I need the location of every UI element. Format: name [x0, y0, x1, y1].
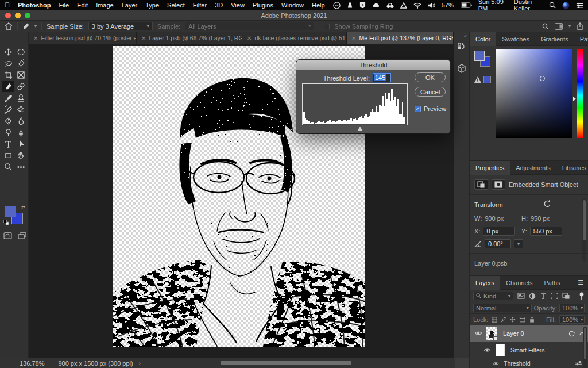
hue-slider-arrow[interactable] — [573, 97, 576, 101]
reset-transform-icon[interactable] — [543, 200, 551, 209]
clone-stamp-tool[interactable] — [14, 92, 27, 103]
threshold-dialog-title[interactable]: Threshold — [296, 60, 450, 70]
smart-object-mask-icon[interactable] — [492, 179, 505, 190]
x-input[interactable]: 0 px — [483, 227, 515, 236]
layer-name[interactable]: Layer 0 — [503, 330, 524, 337]
workspace-chevron-icon[interactable]: ▾ — [568, 24, 571, 29]
edit-toolbar-icon[interactable] — [14, 161, 27, 172]
tab-filter-lesson[interactable]: ✕Filter lesson.psd @ 70.1% (poster ed... — [29, 32, 137, 44]
close-tab-icon[interactable]: ✕ — [141, 35, 146, 41]
wifi-icon[interactable] — [413, 2, 421, 9]
apple-menu-icon[interactable]:  — [5, 2, 10, 9]
menu-layer[interactable]: Layer — [122, 2, 138, 9]
tab-swatches[interactable]: Swatches — [496, 32, 535, 46]
type-tool[interactable] — [2, 138, 14, 150]
sample-size-dropdown[interactable]: 3 by 3 Average ▾ — [88, 22, 153, 30]
filter-smart-objects-icon[interactable] — [562, 293, 570, 299]
brush-tool[interactable] — [2, 92, 14, 103]
control-center-icon[interactable] — [576, 2, 583, 9]
workspace-switcher-icon[interactable] — [555, 23, 563, 30]
lock-pixels-icon[interactable] — [501, 316, 506, 323]
angle-input[interactable]: 0.00° — [485, 239, 511, 248]
tab-libraries[interactable]: Libraries — [556, 161, 588, 175]
tab-me-full[interactable]: ✕Me Full.psd @ 137% (Layer 0, RGB/8) * — [347, 32, 454, 44]
marquee-tool[interactable] — [14, 46, 27, 57]
siri-icon[interactable] — [562, 2, 570, 9]
status-chevron-icon[interactable]: › — [139, 360, 141, 366]
zoom-level-field[interactable]: 136.78% — [20, 360, 44, 367]
close-tab-icon[interactable]: ✕ — [247, 35, 252, 41]
angle-dropdown[interactable]: ▾ — [514, 239, 523, 248]
pen-tool[interactable] — [14, 126, 27, 138]
tab-properties[interactable]: Properties — [470, 161, 510, 175]
path-selection-tool[interactable] — [14, 138, 27, 150]
layer-thumbnail[interactable] — [486, 327, 497, 340]
eyedropper-preset-icon[interactable] — [22, 22, 30, 30]
tab-gradients[interactable]: Gradients — [535, 32, 574, 46]
smart-object-icon[interactable] — [474, 179, 488, 190]
close-tab-icon[interactable]: ✕ — [33, 35, 38, 41]
visibility-eye-icon[interactable] — [474, 330, 482, 337]
lock-artboard-icon[interactable] — [519, 316, 526, 323]
menu-type[interactable]: Type — [145, 2, 159, 9]
properties-scrollbar[interactable] — [582, 198, 586, 261]
menu-3d[interactable]: 3D — [215, 2, 223, 9]
frame-tool[interactable] — [14, 69, 27, 80]
tab-adjustments[interactable]: Adjustments — [510, 161, 556, 175]
eyedropper-tool[interactable] — [2, 80, 14, 92]
cancel-button[interactable]: Cancel — [415, 87, 446, 97]
history-panel-icon[interactable] — [455, 40, 468, 53]
menu-filter[interactable]: Filter — [193, 2, 207, 9]
filter-shape-layers-icon[interactable] — [551, 293, 558, 299]
filter-name[interactable]: Threshold — [504, 360, 531, 367]
filter-adjustment-layers-icon[interactable] — [529, 293, 536, 300]
healing-brush-tool[interactable] — [14, 80, 27, 92]
menu-help[interactable]: Help — [312, 2, 325, 9]
filtering-toggle-icon[interactable] — [579, 292, 585, 300]
share-icon[interactable] — [577, 22, 583, 30]
swap-colors-icon[interactable]: ⇄ — [21, 205, 25, 210]
dodge-tool[interactable] — [2, 126, 14, 138]
layers-scrollbar[interactable] — [583, 327, 587, 368]
close-tab-icon[interactable]: ✕ — [351, 35, 356, 41]
threshold-slider-handle[interactable] — [357, 126, 363, 131]
history-brush-tool[interactable] — [2, 103, 14, 115]
menu-file[interactable]: File — [59, 2, 69, 9]
gamut-swatch[interactable] — [483, 76, 491, 83]
preview-checkbox[interactable]: ✓ — [415, 106, 421, 112]
tab-dk-face[interactable]: ✕dk face glasses remove.psd @ 51.8% ... — [242, 32, 347, 44]
foreground-color-well[interactable] — [474, 51, 485, 61]
triangle-app-icon[interactable] — [400, 2, 407, 9]
lock-transparency-icon[interactable] — [492, 316, 497, 323]
smart-filters-label[interactable]: Smart Filters — [510, 347, 545, 354]
tab-channels[interactable]: Channels — [500, 276, 538, 290]
saturation-brightness-field[interactable] — [496, 49, 572, 138]
lasso-tool[interactable] — [2, 57, 14, 69]
filter-pixel-layers-icon[interactable] — [517, 293, 525, 299]
menu-view[interactable]: View — [231, 2, 245, 9]
screen-mode-icon[interactable] — [18, 232, 26, 240]
crop-tool[interactable] — [2, 69, 14, 80]
volume-icon[interactable] — [428, 2, 435, 9]
spotlight-icon[interactable] — [549, 2, 556, 9]
layer-row-layer0[interactable]: Layer 0 — [470, 325, 588, 342]
layer-filter-kind-dropdown[interactable]: Kind ▾ — [473, 292, 513, 300]
foreground-color-swatch[interactable] — [5, 206, 16, 217]
smart-filter-indicator-icon[interactable] — [568, 331, 576, 337]
cloud-icon[interactable] — [372, 2, 380, 9]
filter-mask-thumbnail[interactable] — [496, 344, 505, 356]
zoom-tool[interactable] — [2, 161, 14, 172]
home-icon[interactable] — [5, 22, 13, 30]
hue-slider[interactable] — [577, 49, 583, 138]
tab-layers[interactable]: Layers — [470, 276, 500, 290]
menu-image[interactable]: Image — [96, 2, 114, 9]
filter-blending-options-icon[interactable] — [575, 360, 582, 367]
color-picker-ring[interactable] — [540, 76, 545, 81]
default-colors-icon[interactable] — [3, 220, 9, 225]
shape-tool[interactable] — [2, 150, 14, 161]
filter-type-layers-icon[interactable] — [540, 293, 547, 299]
menu-photoshop[interactable]: Photoshop — [18, 2, 51, 9]
visibility-eye-icon[interactable] — [493, 360, 499, 367]
menu-select[interactable]: Select — [167, 2, 185, 9]
gamut-warning-icon[interactable] — [474, 76, 481, 83]
